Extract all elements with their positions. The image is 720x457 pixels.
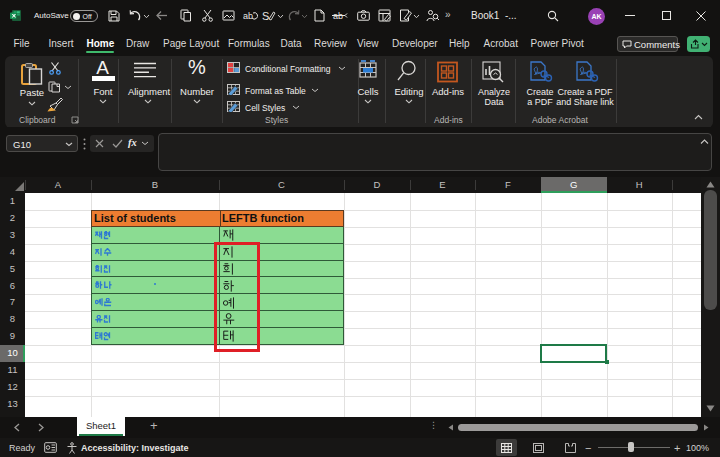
svg-text:S: S — [262, 10, 269, 22]
svg-text:ab: ab — [243, 11, 253, 21]
